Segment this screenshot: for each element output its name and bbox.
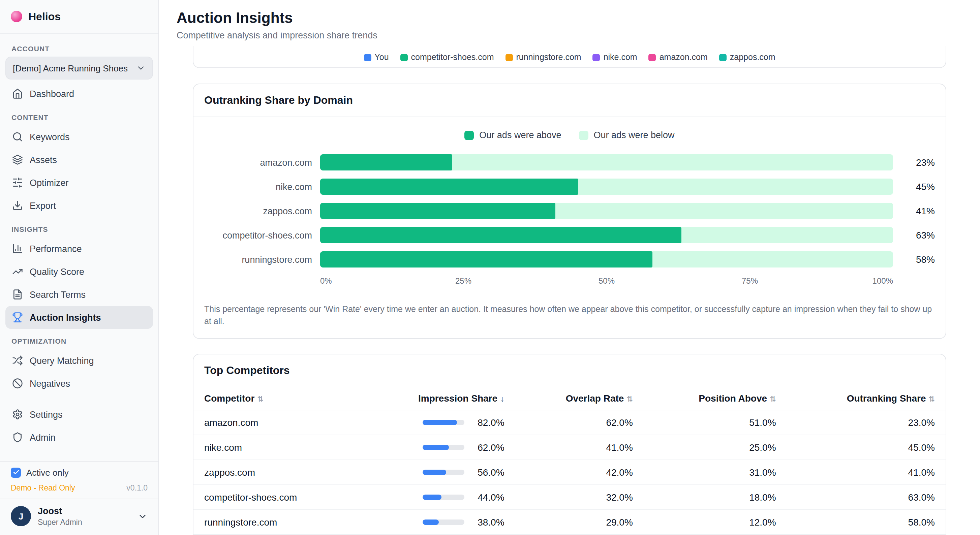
column-label: Competitor (204, 393, 255, 404)
bar-domain-label: runningstore.com (204, 254, 312, 265)
ban-icon (12, 378, 23, 389)
legend-swatch-above (465, 130, 474, 140)
column-header-competitor[interactable]: Competitor⇅ (193, 387, 359, 410)
sidebar-item-dashboard[interactable]: Dashboard (5, 82, 153, 105)
layers-icon (12, 154, 23, 165)
impression-share-cell: 56.0% (359, 460, 515, 485)
account-selector-value: [Demo] Acme Running Shoes (13, 63, 128, 73)
legend-swatch (364, 54, 371, 61)
section-label-content: CONTENT (5, 105, 153, 125)
user-menu[interactable]: J Joost Super Admin (0, 498, 158, 535)
sidebar-item-auction-insights[interactable]: Auction Insights (5, 306, 153, 329)
table-row: runningstore.com 38.0% 29.0% 12.0% 58.0% (193, 510, 946, 535)
impression-share-bar-fill (423, 445, 449, 451)
legend-swatch (719, 54, 727, 61)
axis-tick: 50% (598, 276, 615, 286)
column-header-impression-share[interactable]: Impression Share↓ (359, 387, 515, 410)
legend-swatch (505, 54, 512, 61)
win-rate-footnote: This percentage represents our 'Win Rate… (204, 303, 935, 328)
bar-chart-icon (12, 243, 23, 254)
sidebar-nav: ACCOUNT [Demo] Acme Running Shoes Dashbo… (0, 34, 158, 461)
active-only-checkbox[interactable] (11, 468, 21, 478)
brand: Helios (0, 0, 158, 34)
column-header-position-above[interactable]: Position Above⇅ (644, 387, 787, 410)
section-label-insights: INSIGHTS (5, 217, 153, 237)
sidebar-item-label: Admin (30, 432, 56, 442)
outranking-chart: Our ads were above Our ads were below am… (193, 117, 946, 338)
legend-label: amazon.com (660, 52, 708, 62)
impression-share-cell: 38.0% (359, 510, 515, 535)
page-subtitle: Competitive analysis and impression shar… (177, 30, 963, 40)
demo-read-only-badge: Demo - Read Only (11, 484, 75, 492)
sidebar-item-label: Optimizer (30, 178, 69, 188)
legend-item-runningstore: runningstore.com (505, 52, 581, 62)
active-only-toggle[interactable]: Active only (11, 468, 148, 478)
chevron-down-icon (136, 64, 146, 73)
version-label: v0.1.0 (126, 484, 148, 492)
outranking-legend: Our ads were above Our ads were below (204, 130, 935, 140)
sidebar-item-label: Performance (30, 244, 82, 254)
user-name: Joost (38, 506, 82, 518)
impression-share-value: 56.0% (475, 467, 504, 478)
avatar: J (11, 506, 31, 527)
account-selector[interactable]: [Demo] Acme Running Shoes (5, 57, 153, 79)
outranking-bar-row: runningstore.com 58% (204, 251, 935, 268)
column-header-overlap-rate[interactable]: Overlap Rate⇅ (515, 387, 644, 410)
outranking-share-value: 58.0% (787, 510, 946, 535)
sidebar-item-label: Keywords (30, 132, 70, 142)
axis-tick: 0% (320, 276, 332, 286)
sidebar-item-label: Dashboard (30, 89, 74, 99)
table-row: zappos.com 56.0% 42.0% 31.0% 41.0% (193, 460, 946, 485)
sidebar-item-quality-score[interactable]: Quality Score (5, 260, 153, 283)
bar-share-value: 41% (901, 205, 935, 216)
column-label: Impression Share (418, 393, 497, 404)
competitors-table: Competitor⇅ Impression Share↓ Overlap Ra… (193, 387, 946, 535)
sidebar-footer: Active only Demo - Read Only v0.1.0 J Jo… (0, 461, 158, 535)
sidebar-item-query-matching[interactable]: Query Matching (5, 349, 153, 372)
user-role: Super Admin (38, 517, 82, 527)
legend-item-amazon: amazon.com (649, 52, 708, 62)
top-competitors-card: Top Competitors Competitor⇅ Impression S… (193, 354, 946, 535)
outranking-share-value: 63.0% (787, 485, 946, 510)
outranking-share-value: 41.0% (787, 460, 946, 485)
bar-domain-label: amazon.com (204, 157, 312, 167)
sidebar-item-search-terms[interactable]: Search Terms (5, 283, 153, 306)
sidebar-item-keywords[interactable]: Keywords (5, 125, 153, 148)
legend-item-nike: nike.com (593, 52, 637, 62)
impression-share-cell: 44.0% (359, 485, 515, 510)
sort-icon: ⇅ (929, 395, 935, 403)
trend-chart-legend: You competitor-shoes.com runningstore.co… (364, 52, 775, 67)
legend-item-you: You (364, 52, 388, 62)
sidebar-item-export[interactable]: Export (5, 194, 153, 217)
sidebar-item-performance[interactable]: Performance (5, 237, 153, 260)
impression-share-value: 62.0% (475, 442, 504, 453)
outranking-bar-row: competitor-shoes.com 63% (204, 227, 935, 243)
sidebar-item-optimizer[interactable]: Optimizer (5, 171, 153, 194)
impression-share-bar (423, 520, 465, 525)
sidebar-item-negatives[interactable]: Negatives (5, 372, 153, 395)
sidebar-item-label: Settings (30, 410, 63, 419)
position-above-value: 51.0% (644, 410, 787, 435)
env-meta-row: Demo - Read Only v0.1.0 (11, 478, 148, 498)
position-above-value: 31.0% (644, 460, 787, 485)
chevron-down-icon (137, 511, 148, 522)
sort-desc-icon: ↓ (500, 395, 504, 404)
column-header-outranking-share[interactable]: Outranking Share⇅ (787, 387, 946, 410)
sidebar-item-label: Query Matching (30, 356, 94, 365)
sidebar-item-label: Search Terms (30, 289, 86, 300)
section-label-optimization: OPTIMIZATION (5, 329, 153, 349)
table-row: nike.com 62.0% 41.0% 25.0% 45.0% (193, 435, 946, 460)
trophy-icon (12, 312, 23, 323)
impression-share-cell: 62.0% (359, 435, 515, 460)
sort-icon: ⇅ (257, 395, 263, 403)
gear-icon (12, 409, 23, 420)
axis-tick: 25% (455, 276, 471, 286)
sidebar-item-settings[interactable]: Settings (5, 403, 153, 426)
column-label: Position Above (698, 393, 767, 404)
scroll-content[interactable]: You competitor-shoes.com runningstore.co… (159, 46, 980, 535)
sidebar-item-admin[interactable]: Admin (5, 426, 153, 449)
legend-item-zappos: zappos.com (719, 52, 775, 62)
check-icon (13, 469, 19, 476)
sliders-icon (12, 177, 23, 188)
sidebar-item-assets[interactable]: Assets (5, 148, 153, 171)
